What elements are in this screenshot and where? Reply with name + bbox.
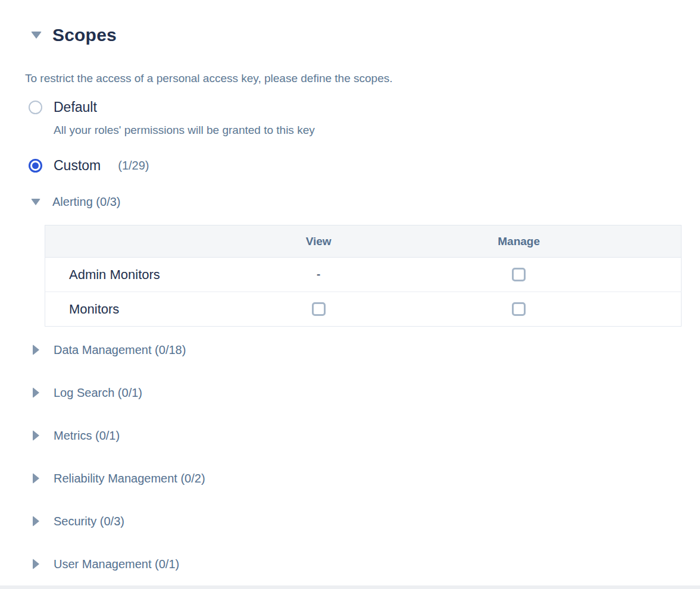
alerting-group-label: Alerting (0/3) xyxy=(52,195,121,209)
manage-checkbox-admin-monitors[interactable] xyxy=(512,268,526,281)
group-header-security[interactable]: Security (0/3) xyxy=(33,514,205,528)
expand-caret-icon xyxy=(33,430,39,441)
expand-caret-icon xyxy=(33,344,39,355)
next-section-divider xyxy=(0,585,700,589)
view-checkbox-monitors[interactable] xyxy=(312,302,326,316)
radio-custom[interactable] xyxy=(29,159,42,173)
row-label-monitors: Monitors xyxy=(45,292,281,327)
view-column-header: View xyxy=(280,225,357,258)
table-row-monitors: Monitors xyxy=(45,292,682,327)
group-label: Reliability Management (0/2) xyxy=(54,472,205,485)
group-header-user-management[interactable]: User Management (0/1) xyxy=(33,557,205,571)
radio-dot xyxy=(32,162,39,169)
scopes-intro-text: To restrict the access of a personal acc… xyxy=(25,72,392,85)
expand-caret-icon xyxy=(33,473,39,484)
view-not-available-dash: - xyxy=(317,268,321,281)
scopes-section-header[interactable]: Scopes xyxy=(31,25,117,45)
table-row-admin-monitors: Admin Monitors - xyxy=(45,258,682,292)
manage-column-header: Manage xyxy=(357,225,681,258)
radio-default-description: All your roles' permissions will be gran… xyxy=(54,124,315,137)
expand-caret-icon xyxy=(33,516,39,527)
group-header-data-management[interactable]: Data Management (0/18) xyxy=(33,343,205,357)
group-label: User Management (0/1) xyxy=(54,557,179,571)
radio-default[interactable] xyxy=(29,101,42,114)
table-header-row: View Manage xyxy=(45,225,682,258)
name-column-header xyxy=(45,225,281,258)
radio-option-default[interactable]: Default xyxy=(29,99,97,115)
group-header-log-search[interactable]: Log Search (0/1) xyxy=(33,386,205,400)
custom-selected-count: (1/29) xyxy=(118,159,149,173)
group-header-alerting[interactable]: Alerting (0/3) xyxy=(31,195,121,209)
alerting-collapse-caret-icon xyxy=(31,199,40,205)
group-header-reliability-management[interactable]: Reliability Management (0/2) xyxy=(33,471,205,485)
group-label: Log Search (0/1) xyxy=(54,386,142,400)
expand-caret-icon xyxy=(33,387,39,398)
radio-custom-label: Custom xyxy=(54,158,101,174)
collapsed-groups-list: Data Management (0/18) Log Search (0/1) … xyxy=(33,343,205,589)
collapse-caret-icon xyxy=(31,32,42,39)
group-label: Security (0/3) xyxy=(54,515,124,528)
group-label: Metrics (0/1) xyxy=(54,429,120,443)
alerting-scope-table: View Manage Admin Monitors - Monitors xyxy=(45,225,682,327)
radio-default-label: Default xyxy=(54,99,97,115)
expand-caret-icon xyxy=(33,559,39,569)
page-title: Scopes xyxy=(52,25,117,45)
scopes-panel: Scopes To restrict the access of a perso… xyxy=(0,0,700,589)
row-label-admin-monitors: Admin Monitors xyxy=(45,258,281,292)
group-header-metrics[interactable]: Metrics (0/1) xyxy=(33,428,205,443)
radio-option-custom[interactable]: Custom (1/29) xyxy=(29,158,149,174)
manage-checkbox-monitors[interactable] xyxy=(512,302,526,316)
group-label: Data Management (0/18) xyxy=(54,343,186,357)
